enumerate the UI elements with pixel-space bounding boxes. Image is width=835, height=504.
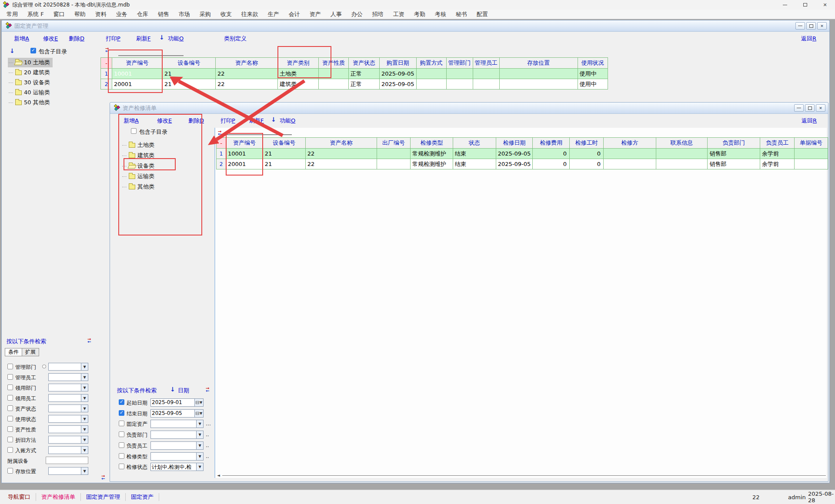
cell[interactable]: 2025-09-05: [496, 149, 533, 159]
collapse-panel-icon[interactable]: →←: [105, 47, 109, 53]
filter-checkbox-1[interactable]: [7, 364, 13, 369]
cell[interactable]: 21: [263, 159, 305, 169]
cell[interactable]: 余学前: [760, 149, 795, 159]
cell[interactable]: 2025-09-05: [496, 159, 533, 169]
window1-restore-button[interactable]: [806, 22, 816, 30]
filter-combobox-7[interactable]: ▼: [48, 425, 88, 433]
cell[interactable]: 22: [216, 79, 278, 90]
column-header-4[interactable]: 资产类别: [278, 58, 319, 69]
dropdown-arrow-icon[interactable]: ▼: [81, 395, 88, 401]
dropdown-arrow-icon[interactable]: ▼: [81, 374, 88, 381]
cell[interactable]: [473, 69, 499, 79]
column-header-1[interactable]: 资产编号: [226, 138, 263, 149]
cell[interactable]: 21: [163, 69, 216, 79]
splitter-handle[interactable]: [118, 55, 184, 56]
filter-checkbox-7[interactable]: [119, 464, 124, 469]
cell[interactable]: 21: [163, 79, 216, 90]
menu-item-13[interactable]: 生产: [263, 10, 284, 18]
menu-item-6[interactable]: 业务: [111, 10, 132, 18]
filter-textbox-10[interactable]: [46, 457, 88, 464]
w1tb-print-button[interactable]: 打印P: [106, 35, 120, 43]
cell[interactable]: 10001: [112, 69, 163, 79]
cell[interactable]: 常规检测维护: [411, 149, 453, 159]
filter-combobox-7[interactable]: 计划中,检测中,检▼: [150, 463, 204, 471]
window1-titlebar[interactable]: 固定资产管理: [2, 20, 829, 32]
menu-item-15[interactable]: 资产: [305, 10, 326, 18]
cell[interactable]: 0: [533, 149, 570, 159]
tree-item-5[interactable]: 50 其他类: [8, 98, 53, 107]
menu-item-8[interactable]: 销售: [153, 10, 174, 18]
window1-minimize-button[interactable]: [795, 22, 805, 30]
arrow-down-icon[interactable]: ↓: [170, 386, 175, 393]
w1tb-refresh-button[interactable]: 刷新F: [136, 35, 150, 43]
window2-restore-button[interactable]: [805, 104, 815, 112]
column-header-7[interactable]: 检修日期: [496, 138, 533, 149]
column-header-6[interactable]: 状态: [453, 138, 496, 149]
column-header-13[interactable]: 负责员工: [760, 138, 795, 149]
menu-item-10[interactable]: 采购: [195, 10, 216, 18]
app-close-button[interactable]: ✕: [815, 0, 835, 10]
column-header-2[interactable]: 设备编号: [263, 138, 305, 149]
cell[interactable]: [499, 69, 578, 79]
cell[interactable]: [319, 79, 349, 90]
column-header-2[interactable]: 设备编号: [163, 58, 216, 69]
menu-item-12[interactable]: 往来款: [237, 10, 263, 18]
tree-item-4[interactable]: 运输类: [121, 172, 157, 181]
horizontal-scrollbar[interactable]: [222, 475, 826, 476]
statusbar-tab-2[interactable]: 资产检修清单: [36, 493, 81, 501]
statusbar-tab-4[interactable]: 固定资产: [126, 493, 159, 501]
filter-combobox-1[interactable]: ▼: [48, 363, 88, 371]
filter-combobox-11[interactable]: ▼: [48, 467, 88, 475]
column-header-6[interactable]: 资产状态: [349, 58, 380, 69]
tab-extend[interactable]: 扩展: [22, 348, 39, 356]
column-header-10[interactable]: 管理员工: [473, 58, 499, 69]
menu-item-14[interactable]: 会计: [284, 10, 305, 18]
filter-combobox-4[interactable]: ▼: [150, 431, 204, 439]
filter-combobox-4[interactable]: ▼: [48, 394, 88, 402]
app-minimize-button[interactable]: [775, 0, 795, 10]
tab-condition[interactable]: 条件: [5, 348, 22, 356]
window2-close-button[interactable]: ✕: [816, 104, 825, 112]
dropdown-arrow-icon[interactable]: ▼: [196, 431, 203, 438]
cell[interactable]: 20001: [112, 79, 163, 90]
tree-item-2[interactable]: 20 建筑类: [8, 68, 53, 77]
column-header-3[interactable]: 资产名称: [305, 138, 377, 149]
menu-item-20[interactable]: 考勤: [409, 10, 430, 18]
w1tb-new-button[interactable]: 新增A: [14, 35, 29, 43]
filter-radio[interactable]: [42, 365, 46, 368]
dropdown-arrow-icon[interactable]: ▼: [81, 405, 88, 412]
cell[interactable]: [416, 79, 446, 90]
w2tb-function-button[interactable]: 功能O: [280, 117, 295, 125]
cell[interactable]: 余学前: [760, 159, 795, 169]
tree-item-5[interactable]: 其他类: [121, 182, 157, 192]
filter-combobox-5[interactable]: ▼: [150, 441, 204, 450]
menu-item-22[interactable]: 秘书: [451, 10, 472, 18]
menu-item-17[interactable]: 办公: [347, 10, 367, 18]
collapse-panel-icon[interactable]: →←: [101, 475, 105, 480]
cell[interactable]: [656, 159, 708, 169]
filter-checkbox-5[interactable]: [7, 405, 13, 411]
cell[interactable]: [604, 149, 656, 159]
column-header-1[interactable]: 资产编号: [112, 58, 163, 69]
filter-checkbox-5[interactable]: [119, 442, 124, 448]
filter-checkbox-4[interactable]: [7, 395, 13, 401]
menu-item-7[interactable]: 仓库: [132, 10, 153, 18]
cell[interactable]: [473, 79, 499, 90]
w2tb-delete-button[interactable]: 删除D: [188, 117, 204, 125]
collapse-panel-icon[interactable]: →←: [87, 338, 91, 343]
dropdown-arrow-icon[interactable]: ▼: [81, 436, 88, 443]
column-header-11[interactable]: 存放位置: [499, 58, 578, 69]
cell[interactable]: 销售部: [708, 149, 760, 159]
filter-checkbox-8[interactable]: [7, 437, 13, 442]
arrow-down-icon[interactable]: ↓: [10, 47, 15, 54]
dropdown-arrow-icon[interactable]: ▼: [81, 426, 88, 433]
cell[interactable]: 结束: [453, 149, 496, 159]
window2-titlebar[interactable]: 资产检修清单: [110, 103, 828, 114]
menu-item-9[interactable]: 市场: [174, 10, 195, 18]
w1tb-category-define-link[interactable]: 类别定义: [224, 35, 247, 43]
include-subfolders-checkbox[interactable]: [30, 48, 36, 53]
dropdown-arrow-icon[interactable]: ▼: [81, 468, 88, 474]
menu-item-21[interactable]: 考核: [430, 10, 451, 18]
collapse-panel-icon[interactable]: →←: [206, 387, 209, 392]
column-header-9[interactable]: 管理部门: [446, 58, 473, 69]
